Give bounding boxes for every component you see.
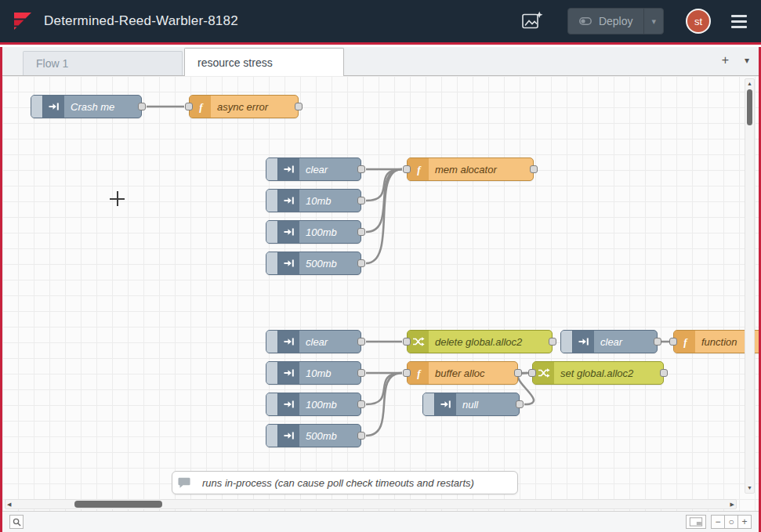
- inject-arrow-icon: [435, 393, 456, 415]
- node-change[interactable]: delete global.alloc2: [407, 330, 553, 353]
- search-zoom-icon[interactable]: [9, 515, 24, 529]
- inject-button[interactable]: [266, 190, 278, 212]
- output-port[interactable]: [138, 103, 146, 110]
- node-label: buffer alloc: [429, 362, 517, 384]
- inject-button[interactable]: [266, 331, 278, 353]
- node-label: clear: [299, 331, 361, 353]
- node-label: 10mb: [299, 362, 361, 384]
- node-label: set global.alloc2: [554, 362, 663, 384]
- inject-button[interactable]: [266, 158, 278, 180]
- node-inject[interactable]: 100mb: [266, 393, 361, 416]
- zoom-out-button[interactable]: −: [711, 515, 725, 529]
- node-change[interactable]: set global.alloc2: [532, 361, 664, 385]
- output-port[interactable]: [549, 338, 556, 346]
- output-port[interactable]: [516, 400, 524, 408]
- flow-list-caret-icon[interactable]: ▾: [745, 52, 749, 68]
- change-shuffle-icon: [533, 362, 554, 384]
- output-port[interactable]: [357, 400, 365, 408]
- node-inject[interactable]: 10mb: [266, 189, 361, 212]
- function-f-icon: f: [674, 331, 695, 353]
- vertical-scroll-thumb[interactable]: [747, 89, 752, 125]
- deploy-label: Deploy: [599, 15, 633, 27]
- output-port[interactable]: [530, 165, 538, 173]
- node-inject[interactable]: clear: [266, 330, 361, 353]
- deploy-button[interactable]: Deploy ▾: [567, 8, 664, 34]
- node-inject[interactable]: 10mb: [266, 361, 361, 385]
- inject-button[interactable]: [266, 425, 278, 447]
- node-inject[interactable]: Crash me: [31, 95, 142, 118]
- node-label: 100mb: [299, 393, 361, 415]
- navigator-icon[interactable]: [686, 515, 706, 529]
- input-port[interactable]: [403, 338, 411, 346]
- vertical-scrollbar[interactable]: ▲ ▼: [745, 78, 755, 494]
- zoom-in-button[interactable]: +: [737, 515, 752, 529]
- inject-button[interactable]: [266, 221, 278, 243]
- output-port[interactable]: [357, 197, 365, 204]
- output-port[interactable]: [357, 369, 365, 377]
- tab-label: resource stress: [197, 56, 273, 69]
- output-port[interactable]: [357, 165, 365, 173]
- inject-arrow-icon: [278, 362, 299, 384]
- node-inject[interactable]: null: [422, 393, 520, 416]
- inject-arrow-icon: [573, 331, 594, 353]
- tab-label: Flow 1: [36, 57, 68, 70]
- input-port[interactable]: [403, 369, 411, 377]
- tab-resource-stress[interactable]: resource stress: [184, 48, 344, 76]
- flow-tab-bar: Flow 1 resource stress + ▾: [2, 47, 759, 76]
- inject-button[interactable]: [266, 362, 278, 384]
- output-port[interactable]: [295, 103, 303, 110]
- output-port[interactable]: [514, 369, 522, 377]
- node-label: 500mb: [299, 425, 361, 447]
- inject-button[interactable]: [266, 252, 278, 274]
- status-bar: − ○ +: [2, 511, 759, 532]
- node-inject[interactable]: clear: [266, 157, 361, 181]
- zoom-reset-button[interactable]: ○: [724, 515, 738, 529]
- node-comment[interactable]: runs in-process (can cause poll check ti…: [172, 471, 518, 494]
- function-f-icon: f: [190, 96, 211, 118]
- flow-canvas[interactable]: Crash mefasync errorclear10mb100mb500mbf…: [2, 76, 759, 511]
- output-port[interactable]: [357, 228, 365, 236]
- scroll-left-icon[interactable]: ◀: [5, 500, 13, 508]
- tab-flow-1[interactable]: Flow 1: [23, 51, 183, 75]
- node-label: delete global.alloc2: [429, 331, 552, 353]
- node-inject[interactable]: clear: [560, 330, 658, 353]
- input-port[interactable]: [528, 369, 536, 377]
- node-function[interactable]: fasync error: [189, 95, 299, 118]
- input-port[interactable]: [185, 103, 193, 110]
- output-port[interactable]: [654, 338, 661, 346]
- node-function[interactable]: fbuffer alloc: [407, 361, 518, 385]
- node-label: null: [456, 393, 519, 415]
- user-avatar[interactable]: st: [686, 9, 711, 34]
- inject-button[interactable]: [561, 331, 573, 353]
- node-inject[interactable]: 500mb: [266, 252, 361, 275]
- inject-arrow-icon: [278, 425, 299, 447]
- menu-button[interactable]: [728, 12, 750, 31]
- node-function[interactable]: fmem alocator: [407, 157, 534, 181]
- svg-text:f: f: [417, 164, 422, 176]
- svg-text:f: f: [417, 367, 422, 379]
- output-port[interactable]: [357, 338, 365, 346]
- ai-assistant-icon[interactable]: [520, 9, 544, 33]
- node-inject[interactable]: 100mb: [266, 220, 361, 244]
- add-flow-button[interactable]: +: [722, 52, 729, 68]
- inject-arrow-icon: [43, 96, 64, 118]
- input-port[interactable]: [669, 338, 677, 346]
- scroll-down-icon[interactable]: ▼: [745, 484, 754, 492]
- inject-arrow-icon: [278, 331, 299, 353]
- inject-button[interactable]: [423, 393, 435, 415]
- output-port[interactable]: [357, 259, 365, 267]
- scroll-right-icon[interactable]: ▶: [729, 500, 736, 508]
- horizontal-scrollbar[interactable]: ◀ ▶: [5, 499, 737, 509]
- input-port[interactable]: [403, 165, 411, 173]
- scroll-up-icon[interactable]: ▲: [745, 80, 754, 88]
- deploy-options-caret[interactable]: ▾: [643, 9, 663, 34]
- inject-arrow-icon: [278, 158, 299, 180]
- inject-arrow-icon: [278, 252, 299, 274]
- horizontal-scroll-thumb[interactable]: [74, 501, 162, 508]
- inject-button[interactable]: [31, 96, 43, 118]
- output-port[interactable]: [660, 369, 668, 377]
- inject-button[interactable]: [266, 393, 278, 415]
- deploy-toggle-icon: [579, 15, 592, 27]
- output-port[interactable]: [357, 432, 365, 440]
- node-inject[interactable]: 500mb: [266, 424, 361, 447]
